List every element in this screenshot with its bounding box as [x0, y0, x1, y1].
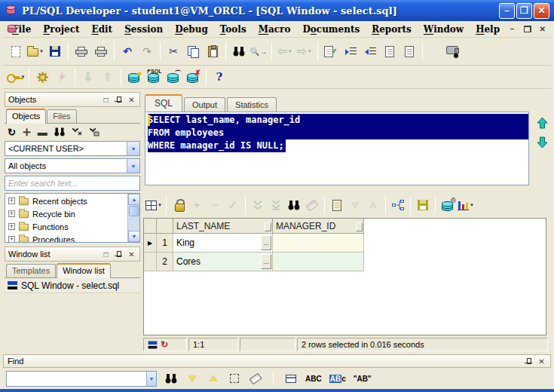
- rollback-button[interactable]: ✗: [183, 68, 203, 86]
- tab-window-list[interactable]: Window list: [57, 263, 111, 278]
- close-button[interactable]: ✕: [534, 3, 549, 19]
- chart-dropdown-arrow-icon[interactable]: ▼: [470, 203, 474, 207]
- fetch-next-button[interactable]: [249, 196, 267, 214]
- find-search-input[interactable]: [7, 372, 146, 386]
- print-button[interactable]: [72, 41, 91, 61]
- objects-pin-button[interactable]: [114, 95, 124, 105]
- window-list-float-button[interactable]: □: [101, 250, 111, 259]
- tab-output[interactable]: Output: [184, 97, 225, 112]
- export-button[interactable]: ⇧: [98, 68, 118, 86]
- edit-data-button[interactable]: [303, 196, 321, 214]
- mdi-restore-button[interactable]: [521, 23, 534, 35]
- redo-button[interactable]: ↷: [137, 41, 157, 61]
- find-execute-button[interactable]: [164, 371, 178, 386]
- minimize-button[interactable]: –: [499, 3, 515, 19]
- schema-select[interactable]: <CURRENT USER> ▼: [5, 141, 140, 156]
- collapse-minus-icon[interactable]: ▬: [38, 127, 47, 138]
- tab-statistics[interactable]: Statistics: [227, 97, 277, 112]
- tab-templates[interactable]: Templates: [6, 264, 56, 277]
- new-sql-window-button[interactable]: ↱SQL: [144, 68, 164, 86]
- logon-dropdown-arrow-icon[interactable]: ▼: [21, 75, 26, 79]
- menu-project[interactable]: Project: [37, 23, 85, 36]
- navigate-back-button[interactable]: ⇦▼: [275, 41, 295, 61]
- find-next-button[interactable]: 🔍→: [249, 41, 268, 61]
- row-selector[interactable]: [144, 253, 157, 271]
- record-macro-button[interactable]: [442, 41, 462, 61]
- object-filter-arrow-icon[interactable]: ▼: [127, 159, 139, 173]
- save-results-button[interactable]: [414, 196, 432, 214]
- find-whole-word-button[interactable]: "AB": [354, 371, 372, 386]
- delete-row-button[interactable]: −: [206, 196, 224, 214]
- indent-button[interactable]: [341, 41, 360, 61]
- sort-descending-button[interactable]: [346, 196, 364, 214]
- window-list-pin-button[interactable]: [114, 250, 124, 259]
- post-changes-button[interactable]: ✓: [224, 196, 242, 214]
- sql-editor[interactable]: SELECT last_name, manager_id FROM employ…: [145, 112, 529, 185]
- tree-scrollbar[interactable]: ▲ ▼: [127, 194, 139, 242]
- column-header-button[interactable]: [265, 222, 271, 231]
- preferences-button[interactable]: [32, 68, 52, 86]
- unindent-button[interactable]: [360, 41, 380, 61]
- insert-row-button[interactable]: +: [188, 196, 206, 214]
- lock-button[interactable]: [170, 196, 188, 214]
- find-object-binoculars-icon[interactable]: [54, 127, 65, 136]
- single-record-view-button[interactable]: [389, 196, 407, 214]
- break-button[interactable]: [52, 68, 72, 86]
- menu-session[interactable]: Session: [118, 23, 169, 36]
- find-case-sensitive-button[interactable]: ABc: [329, 371, 346, 386]
- cell-last-name[interactable]: Cores...: [173, 253, 273, 271]
- mdi-close-button[interactable]: ✕: [536, 23, 549, 35]
- print-results-button[interactable]: ⎙: [439, 196, 457, 214]
- menu-edit[interactable]: Edit: [85, 23, 118, 36]
- menu-help[interactable]: Help: [470, 23, 506, 36]
- refresh-icon[interactable]: ↻: [8, 127, 16, 138]
- window-list-close-button[interactable]: ✕: [127, 250, 136, 259]
- cell-last-name[interactable]: King...: [173, 234, 273, 253]
- find-search-combo[interactable]: ▼: [6, 371, 157, 387]
- find-case-insensitive-button[interactable]: ABC: [305, 371, 322, 386]
- cell-manager-id[interactable]: [273, 234, 364, 253]
- find-in-selection-button[interactable]: [228, 371, 241, 386]
- find-close-button[interactable]: ✕: [537, 357, 546, 366]
- help-button[interactable]: ?: [210, 68, 229, 86]
- mdi-minimize-button[interactable]: –: [506, 23, 519, 35]
- syntax-check-button[interactable]: ✓: [321, 41, 341, 61]
- doc-to-end-button[interactable]: [380, 41, 399, 61]
- expand-icon[interactable]: +: [8, 223, 15, 230]
- tab-objects[interactable]: Objects: [6, 109, 46, 124]
- menu-macro[interactable]: Macro: [253, 23, 297, 36]
- tree-item-recycle-bin[interactable]: + Recycle bin: [5, 207, 127, 220]
- open-file-button[interactable]: ▼: [26, 41, 45, 61]
- fetch-all-button[interactable]: [267, 196, 285, 214]
- chart-button[interactable]: ▼: [457, 196, 475, 214]
- paste-button[interactable]: [203, 41, 222, 61]
- menu-reports[interactable]: Reports: [366, 23, 418, 36]
- save-file-button[interactable]: [45, 41, 65, 61]
- cell-ellipsis-button[interactable]: ...: [261, 235, 271, 250]
- row-number-cell[interactable]: 1: [157, 234, 173, 253]
- schema-select-arrow-icon[interactable]: ▼: [127, 142, 139, 155]
- print-setup-button[interactable]: [91, 41, 111, 61]
- cell-manager-id[interactable]: [273, 253, 364, 271]
- find-pin-button[interactable]: [524, 357, 534, 366]
- grid-dropdown-arrow-icon[interactable]: ▼: [158, 203, 162, 207]
- object-filter-select[interactable]: All objects ▼: [5, 158, 140, 173]
- column-header-manager-id[interactable]: MANAGER_ID: [273, 219, 364, 234]
- find-button[interactable]: [229, 41, 249, 61]
- open-dropdown-arrow-icon[interactable]: ▼: [39, 49, 44, 54]
- test-window-button[interactable]: ●: [124, 68, 144, 86]
- undo-button[interactable]: ↶: [118, 41, 137, 61]
- copy-button[interactable]: [183, 41, 203, 61]
- tree-item-procedures[interactable]: + Procedures: [5, 233, 127, 243]
- tab-sql[interactable]: SQL: [145, 94, 182, 112]
- filter-settings-icon[interactable]: [89, 127, 99, 136]
- menu-tools[interactable]: Tools: [214, 23, 253, 36]
- find-database-objects-button[interactable]: ⌒: [164, 68, 183, 86]
- find-in-grid-button[interactable]: [285, 196, 303, 214]
- filter-icon[interactable]: [72, 127, 82, 136]
- row-selector[interactable]: ▶: [144, 234, 157, 253]
- window-list-item-sql-window[interactable]: SQL Window - select.sql: [5, 278, 140, 293]
- find-previous-up-button[interactable]: [207, 371, 220, 386]
- import-button[interactable]: ⇩: [78, 68, 98, 86]
- maximize-button[interactable]: ❐: [516, 3, 532, 19]
